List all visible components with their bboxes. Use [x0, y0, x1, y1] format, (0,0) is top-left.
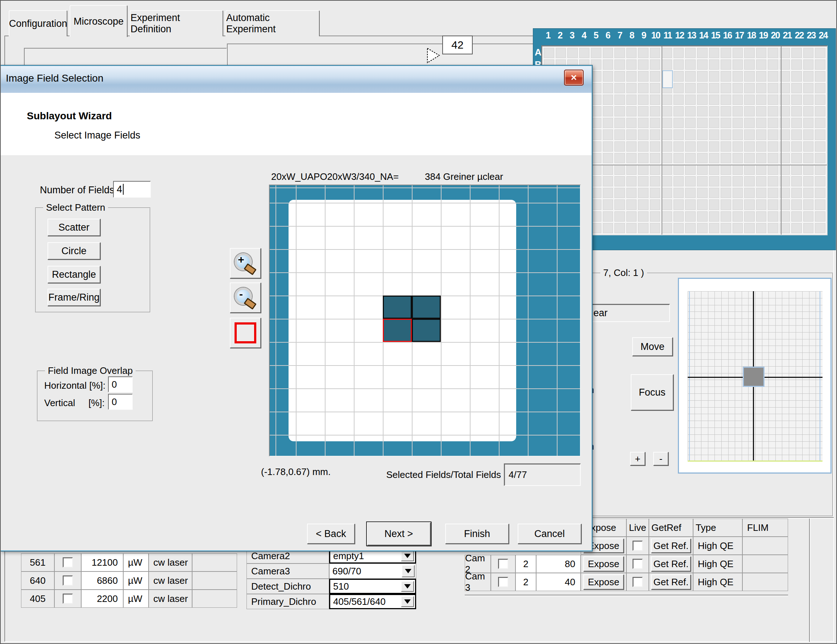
plate-well[interactable] — [673, 199, 684, 210]
plate-well[interactable] — [733, 71, 743, 81]
plate-well[interactable] — [685, 71, 696, 81]
plate-well[interactable] — [720, 106, 731, 117]
plate-well[interactable] — [697, 59, 707, 70]
plate-well[interactable] — [709, 118, 720, 128]
plate-well[interactable] — [768, 188, 778, 198]
close-icon[interactable]: × — [564, 70, 584, 85]
plate-well[interactable] — [709, 223, 720, 233]
plate-well[interactable] — [697, 153, 707, 163]
plate-well[interactable] — [661, 188, 672, 198]
circle-button[interactable]: Circle — [48, 242, 100, 260]
plate-well[interactable] — [650, 164, 660, 175]
plate-well[interactable] — [661, 223, 672, 233]
plate-well[interactable] — [638, 71, 648, 81]
plate-well[interactable] — [720, 141, 731, 151]
plate-well[interactable] — [626, 188, 637, 198]
plate-well[interactable] — [673, 164, 684, 175]
plate-well[interactable] — [638, 141, 648, 151]
plate-well[interactable] — [638, 164, 648, 175]
plate-well[interactable] — [673, 59, 684, 70]
plate-well[interactable] — [803, 199, 814, 210]
plate-well[interactable] — [650, 118, 660, 128]
plate-well[interactable] — [591, 141, 601, 151]
plate-well[interactable] — [744, 83, 755, 93]
plate-well[interactable] — [626, 199, 637, 210]
plate-well[interactable] — [803, 164, 814, 175]
plate-well[interactable] — [661, 176, 672, 186]
plate-well[interactable] — [720, 176, 731, 186]
expose-button[interactable]: Expose — [583, 556, 624, 572]
plate-well[interactable] — [673, 153, 684, 163]
plate-well[interactable] — [556, 48, 566, 58]
plate-well[interactable] — [673, 141, 684, 151]
plate-well[interactable] — [744, 106, 755, 117]
plate-well[interactable] — [756, 199, 767, 210]
plate-well[interactable] — [638, 48, 648, 58]
plate-well[interactable] — [756, 130, 767, 140]
plate-well[interactable] — [626, 130, 637, 140]
scatter-button[interactable]: Scatter — [48, 219, 100, 236]
plate-well[interactable] — [744, 118, 755, 128]
plate-well[interactable] — [626, 164, 637, 175]
active-selected-field[interactable] — [383, 319, 412, 342]
plate-well[interactable] — [791, 141, 802, 151]
plate-well[interactable] — [697, 130, 707, 140]
plate-well[interactable] — [733, 164, 743, 175]
plate-well[interactable] — [661, 199, 672, 210]
plate-well[interactable] — [591, 153, 601, 163]
plate-well[interactable] — [638, 118, 648, 128]
plate-well[interactable] — [768, 211, 778, 222]
plate-well[interactable] — [591, 130, 601, 140]
plate-well[interactable] — [803, 95, 814, 105]
plate-well[interactable] — [614, 176, 625, 186]
plate-well[interactable] — [768, 223, 778, 233]
plate-well[interactable] — [815, 106, 826, 117]
selected-field[interactable] — [383, 296, 412, 319]
plate-well[interactable] — [603, 95, 613, 105]
plate-well[interactable] — [603, 164, 613, 175]
plate-well[interactable] — [685, 223, 696, 233]
plate-well[interactable] — [638, 223, 648, 233]
plate-well[interactable] — [791, 211, 802, 222]
plate-well[interactable] — [791, 106, 802, 117]
tab-automatic-experiment[interactable]: Automatic Experiment — [225, 10, 320, 36]
plate-well[interactable] — [603, 199, 613, 210]
plate-well[interactable] — [791, 118, 802, 128]
plate-well[interactable] — [733, 118, 743, 128]
plate-well[interactable] — [697, 83, 707, 93]
next-button[interactable]: Next > — [366, 521, 432, 546]
plate-well[interactable] — [803, 176, 814, 186]
plate-well[interactable] — [815, 164, 826, 175]
plate-well[interactable] — [815, 153, 826, 163]
plate-well[interactable] — [697, 164, 707, 175]
plate-well[interactable] — [673, 188, 684, 198]
plate-well[interactable] — [661, 164, 672, 175]
num-fields-input[interactable]: 4 — [113, 181, 151, 198]
plate-well[interactable] — [614, 188, 625, 198]
plate-well[interactable] — [673, 71, 684, 81]
plate-well[interactable] — [685, 176, 696, 186]
live-checkbox[interactable] — [633, 577, 643, 587]
plate-well[interactable] — [603, 141, 613, 151]
plate-well[interactable] — [650, 95, 660, 105]
plate-well[interactable] — [661, 153, 672, 163]
plate-well[interactable] — [638, 59, 648, 70]
plate-well[interactable] — [697, 199, 707, 210]
plate-well[interactable] — [626, 48, 637, 58]
plate-well[interactable] — [744, 141, 755, 151]
plate-well[interactable] — [673, 176, 684, 186]
plate-well[interactable] — [756, 106, 767, 117]
tab-experiment-definition[interactable]: Experiment Definition — [130, 10, 223, 36]
plate-well[interactable] — [803, 130, 814, 140]
plate-well[interactable] — [744, 211, 755, 222]
plate-well[interactable] — [791, 59, 802, 70]
play-triangle-icon[interactable] — [426, 47, 441, 64]
plate-well[interactable] — [697, 118, 707, 128]
plate-well[interactable] — [803, 188, 814, 198]
plate-well[interactable] — [591, 83, 601, 93]
plate-well[interactable] — [603, 130, 613, 140]
plate-well[interactable] — [720, 48, 731, 58]
z-minus-button[interactable]: - — [653, 452, 668, 466]
plate-well[interactable] — [697, 71, 707, 81]
plate-well[interactable] — [709, 48, 720, 58]
